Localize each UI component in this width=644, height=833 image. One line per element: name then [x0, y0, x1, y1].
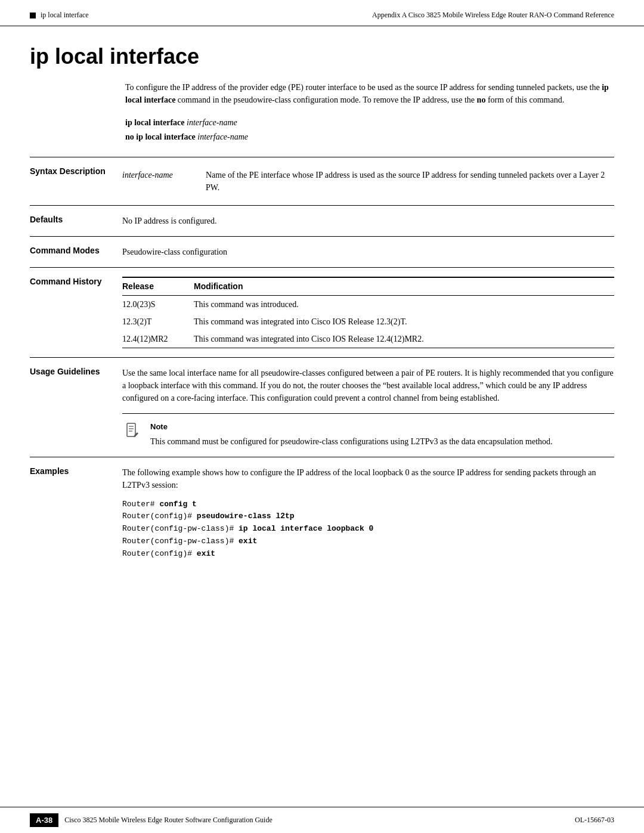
- syntax-table: interface-name Name of the PE interface …: [122, 166, 614, 196]
- svg-rect-0: [127, 423, 135, 436]
- history-table: Release Modification 12.0(23)SThis comma…: [122, 277, 614, 348]
- code-line: Router(config-pw-class)# exit: [122, 535, 614, 548]
- header-right: Appendix A Cisco 3825 Mobile Wireless Ed…: [372, 11, 614, 20]
- code-line: Router(config-pw-class)# ip local interf…: [122, 523, 614, 535]
- examples-intro-text: The following example shows how to confi…: [122, 466, 614, 491]
- usage-guidelines-label: Usage Guidelines: [30, 367, 122, 448]
- note-pencil-icon: [122, 421, 143, 445]
- footer-right-text: OL-15667-03: [575, 816, 614, 825]
- code-bold: ip local interface loopback 0: [239, 524, 373, 533]
- history-modification: This command was integrated into Cisco I…: [194, 313, 614, 330]
- defaults-section: Defaults No IP address is configured.: [30, 205, 614, 236]
- code-bold: exit: [239, 537, 257, 546]
- main-content: ip local interface To configure the IP a…: [0, 26, 644, 617]
- command-modes-content: Pseudowire-class configuration: [122, 246, 614, 258]
- syntax-cmd-italic-2: interface-name: [197, 132, 248, 141]
- syntax-commands: ip local interface interface-name no ip …: [125, 118, 614, 142]
- note-area: Note This command must be configured for…: [122, 413, 614, 448]
- defaults-text: No IP address is configured.: [122, 216, 217, 225]
- page-footer: A-38 Cisco 3825 Mobile Wireless Edge Rou…: [0, 807, 644, 833]
- code-bold: exit: [197, 549, 215, 558]
- header-right-text: Appendix A Cisco 3825 Mobile Wireless Ed…: [372, 11, 614, 19]
- syntax-param: interface-name: [122, 166, 206, 196]
- history-col-modification: Modification: [194, 277, 614, 296]
- syntax-cmd-bold-2: no ip local interface: [125, 132, 197, 141]
- history-modification: This command was integrated into Cisco I…: [194, 330, 614, 348]
- footer-left: A-38 Cisco 3825 Mobile Wireless Edge Rou…: [30, 813, 273, 827]
- defaults-label: Defaults: [30, 215, 122, 227]
- note-label: Note: [150, 421, 614, 433]
- usage-guidelines-content: Use the same local interface name for al…: [122, 367, 614, 448]
- footer-center-text: Cisco 3825 Mobile Wireless Edge Router S…: [64, 816, 273, 825]
- syntax-description-label: Syntax Description: [30, 166, 122, 196]
- code-line: Router# config t: [122, 498, 614, 511]
- examples-content: The following example shows how to confi…: [122, 466, 614, 561]
- syntax-desc-text: Name of the PE interface whose IP addres…: [206, 166, 614, 196]
- syntax-line-2: no ip local interface interface-name: [125, 132, 614, 142]
- examples-label: Examples: [30, 466, 122, 561]
- examples-section: Examples The following example shows how…: [30, 457, 614, 569]
- syntax-cmd-bold-1: ip local interface: [125, 118, 187, 127]
- history-row: 12.3(2)TThis command was integrated into…: [122, 313, 614, 330]
- intro-paragraph: To configure the IP address of the provi…: [125, 81, 614, 106]
- intro-text-cont: command in the pseudowire-class configur…: [175, 95, 476, 104]
- note-content: Note This command must be configured for…: [150, 421, 614, 448]
- history-row: 12.4(12)MR2This command was integrated i…: [122, 330, 614, 348]
- note-text: This command must be configured for pseu…: [150, 435, 614, 448]
- command-modes-section: Command Modes Pseudowire-class configura…: [30, 236, 614, 267]
- intro-no: no: [477, 95, 486, 104]
- syntax-description-content: interface-name Name of the PE interface …: [122, 166, 614, 196]
- usage-guidelines-section: Usage Guidelines Use the same local inte…: [30, 357, 614, 457]
- history-release: 12.3(2)T: [122, 313, 194, 330]
- page-badge: A-38: [30, 813, 58, 827]
- history-modification: This command was introduced.: [194, 296, 614, 314]
- page-title: ip local interface: [30, 44, 614, 69]
- table-row: interface-name Name of the PE interface …: [122, 166, 614, 196]
- command-history-label: Command History: [30, 277, 122, 348]
- history-release: 12.4(12)MR2: [122, 330, 194, 348]
- header-square-icon: [30, 13, 36, 18]
- intro-text-1: To configure the IP address of the provi…: [125, 83, 602, 92]
- syntax-description-section: Syntax Description interface-name Name o…: [30, 157, 614, 205]
- intro-text-end: form of this command.: [485, 95, 564, 104]
- command-history-section: Command History Release Modification 12.…: [30, 267, 614, 357]
- history-header-row: Release Modification: [122, 277, 614, 296]
- command-modes-text: Pseudowire-class configuration: [122, 247, 227, 256]
- history-col-release: Release: [122, 277, 194, 296]
- syntax-cmd-italic-1: interface-name: [187, 118, 237, 127]
- history-row: 12.0(23)SThis command was introduced.: [122, 296, 614, 314]
- command-history-content: Release Modification 12.0(23)SThis comma…: [122, 277, 614, 348]
- header-left: ip local interface: [30, 11, 89, 20]
- page-header: ip local interface Appendix A Cisco 3825…: [0, 0, 644, 26]
- code-block: Router# config tRouter(config)# pseudowi…: [122, 498, 614, 561]
- header-section-label: ip local interface: [41, 11, 89, 20]
- syntax-line-1: ip local interface interface-name: [125, 118, 614, 128]
- defaults-content: No IP address is configured.: [122, 215, 614, 227]
- code-line: Router(config)# pseudowire-class l2tp: [122, 510, 614, 523]
- code-bold: config t: [159, 500, 196, 509]
- code-bold: pseudowire-class l2tp: [197, 512, 295, 521]
- command-modes-label: Command Modes: [30, 246, 122, 258]
- history-release: 12.0(23)S: [122, 296, 194, 314]
- code-line: Router(config)# exit: [122, 548, 614, 561]
- usage-text: Use the same local interface name for al…: [122, 367, 614, 404]
